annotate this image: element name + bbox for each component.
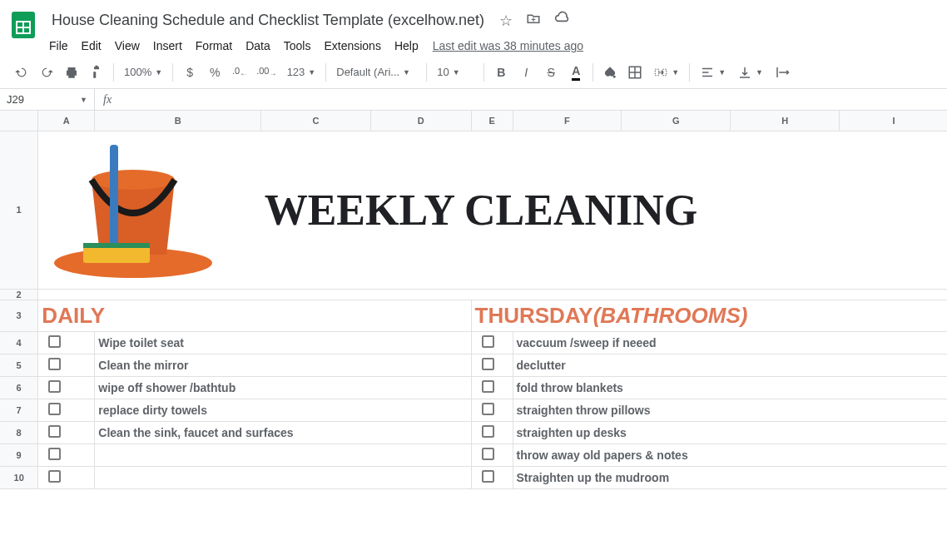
select-all-corner[interactable] (0, 111, 38, 131)
star-icon[interactable]: ☆ (496, 8, 516, 33)
col-header-E[interactable]: E (471, 111, 513, 131)
menu-edit[interactable]: Edit (76, 36, 107, 56)
font-size-dropdown[interactable]: 10▼ (432, 61, 478, 84)
percent-button[interactable]: % (203, 61, 226, 84)
cell-F6[interactable]: fold throw blankets (513, 376, 947, 399)
cell-E10[interactable] (471, 466, 513, 488)
cell-B9[interactable] (95, 444, 471, 466)
row-header-6[interactable]: 6 (0, 376, 38, 399)
row-header-5[interactable]: 5 (0, 354, 38, 376)
checkbox[interactable] (482, 380, 494, 393)
cell-B5[interactable]: Clean the mirror (95, 354, 471, 376)
cell-F10[interactable]: Straighten up the mudroom (513, 466, 947, 488)
cell-F4[interactable]: vaccuum /sweep if neeed (513, 331, 947, 354)
sheets-logo[interactable] (7, 8, 40, 42)
italic-button[interactable]: I (514, 61, 538, 84)
cell-E6[interactable] (471, 376, 513, 399)
cell-A7[interactable] (38, 399, 95, 421)
col-header-F[interactable]: F (513, 111, 622, 131)
col-header-D[interactable]: D (370, 111, 471, 131)
name-box[interactable]: J29 ▼ (0, 89, 95, 110)
checkbox[interactable] (482, 470, 494, 483)
vertical-align-button[interactable]: ▼ (732, 61, 768, 84)
row-header-10[interactable]: 10 (0, 466, 38, 488)
cell-B8[interactable]: Clean the sink, faucet and surfaces (95, 421, 471, 444)
col-header-H[interactable]: H (731, 111, 840, 131)
checkbox[interactable] (482, 448, 494, 460)
document-title[interactable]: House Cleaning Schedule and Checklist Te… (47, 10, 489, 31)
checkbox[interactable] (48, 358, 61, 370)
cloud-status-icon[interactable] (551, 7, 574, 34)
cell-E8[interactable] (471, 421, 513, 444)
cell-F5[interactable]: declutter (513, 354, 947, 376)
last-edit-link[interactable]: Last edit was 38 minutes ago (426, 36, 590, 56)
checkbox[interactable] (48, 380, 61, 393)
cell-A5[interactable] (38, 354, 95, 376)
col-header-I[interactable]: I (840, 111, 947, 131)
increase-decimal-button[interactable]: .00→ (253, 61, 280, 84)
menu-data[interactable]: Data (240, 36, 276, 56)
fill-color-button[interactable] (598, 61, 622, 84)
zoom-dropdown[interactable]: 100%▼ (119, 61, 167, 84)
cell-B6[interactable]: wipe off shower /bathtub (95, 376, 471, 399)
strikethrough-button[interactable]: S (539, 61, 563, 84)
spreadsheet-grid[interactable]: A B C D E F G H I 1 WEEKLY CLEANING 2 (0, 111, 947, 489)
menu-insert[interactable]: Insert (147, 36, 188, 56)
checkbox[interactable] (48, 470, 61, 483)
formula-input[interactable] (120, 89, 947, 110)
cell-E5[interactable] (471, 354, 513, 376)
cell-E7[interactable] (471, 399, 513, 421)
horizontal-align-button[interactable]: ▼ (695, 61, 731, 84)
cell-B10[interactable] (95, 466, 471, 488)
checkbox[interactable] (48, 425, 61, 438)
menu-extensions[interactable]: Extensions (318, 36, 386, 56)
col-header-A[interactable]: A (38, 111, 95, 131)
checkbox[interactable] (48, 448, 61, 460)
move-icon[interactable] (523, 7, 544, 33)
cell-A4[interactable] (38, 331, 95, 354)
checkbox[interactable] (48, 335, 61, 348)
borders-button[interactable] (623, 61, 647, 84)
checkbox[interactable] (482, 425, 494, 438)
redo-button[interactable] (35, 61, 58, 84)
row-header-2[interactable]: 2 (0, 289, 38, 300)
menu-view[interactable]: View (109, 36, 146, 56)
cell-A2[interactable] (38, 289, 947, 300)
checkbox[interactable] (482, 403, 494, 415)
menu-file[interactable]: File (43, 36, 74, 56)
row-header-4[interactable]: 4 (0, 331, 38, 354)
cell-F8[interactable]: straighten up desks (513, 421, 947, 444)
cell-E3[interactable]: THURSDAY(BATHROOMS) (471, 300, 947, 331)
text-color-button[interactable]: A (564, 61, 588, 84)
cell-E4[interactable] (471, 331, 513, 354)
cell-B7[interactable]: replace dirty towels (95, 399, 471, 421)
cell-A1[interactable] (38, 131, 261, 289)
currency-button[interactable]: $ (178, 61, 201, 84)
menu-format[interactable]: Format (190, 36, 238, 56)
cell-A9[interactable] (38, 444, 95, 466)
undo-button[interactable] (10, 61, 33, 84)
decrease-decimal-button[interactable]: .0← (228, 61, 251, 84)
row-header-3[interactable]: 3 (0, 300, 38, 331)
cell-A10[interactable] (38, 466, 95, 488)
row-header-1[interactable]: 1 (0, 131, 38, 289)
text-wrap-button[interactable] (770, 61, 795, 84)
cell-A6[interactable] (38, 376, 95, 399)
cell-F7[interactable]: straighten throw pillows (513, 399, 947, 421)
cell-C1[interactable]: WEEKLY CLEANING (261, 131, 947, 289)
merge-cells-button[interactable]: ▼ (648, 61, 684, 84)
cell-A3[interactable]: DAILY (38, 300, 471, 331)
checkbox[interactable] (482, 358, 494, 370)
cell-F9[interactable]: throw away old papers & notes (513, 444, 947, 466)
font-dropdown[interactable]: Default (Ari...▼ (331, 61, 421, 84)
menu-help[interactable]: Help (389, 36, 424, 56)
cell-B4[interactable]: Wipe toilet seat (95, 331, 471, 354)
col-header-G[interactable]: G (622, 111, 731, 131)
cell-A8[interactable] (38, 421, 95, 444)
paint-format-button[interactable] (85, 61, 108, 84)
checkbox[interactable] (482, 335, 494, 348)
col-header-B[interactable]: B (95, 111, 261, 131)
bold-button[interactable]: B (489, 61, 513, 84)
row-header-7[interactable]: 7 (0, 399, 38, 421)
number-format-dropdown[interactable]: 123▼ (282, 61, 321, 84)
